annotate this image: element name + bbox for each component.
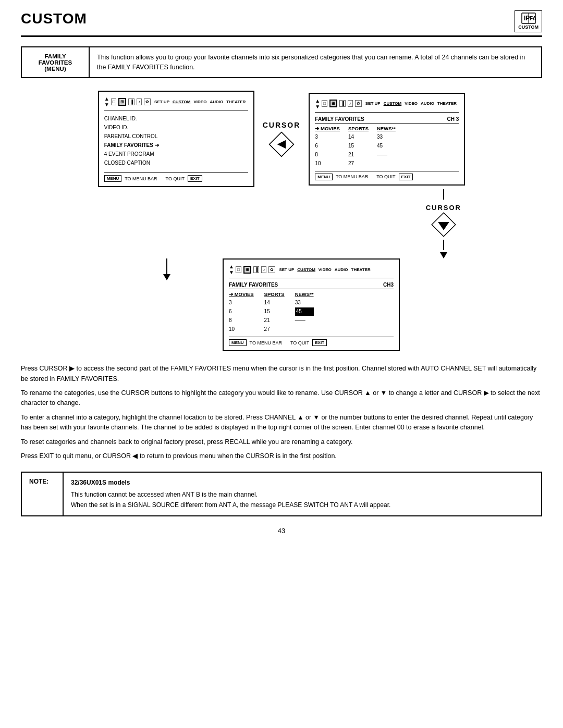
svg-text:IP: IP: [524, 15, 530, 22]
line-v-left: [166, 258, 167, 274]
cursor-right-label: CURSOR: [263, 121, 301, 129]
cursor-down-label: CURSOR: [426, 204, 461, 212]
screen2-movies-6: 6: [315, 142, 340, 150]
s3-tv-icon2-active: ⊞: [243, 266, 251, 274]
page-number: 43: [21, 527, 542, 535]
menu-item-fav: FAMILY FAVORITES ➔: [104, 141, 248, 150]
cursor-right-svg: [268, 131, 295, 157]
diagram-area: ▲▼ □ ⊞ ▐ ♪ ✿ SET UP CUSTOM VIDEO AUDIO T…: [21, 91, 542, 351]
s2-tv-icon3: ▐: [339, 100, 346, 107]
screen3-menubar: ▲▼ □ ⊞ ▐ ♪ ✿ SET UP CUSTOM VIDEO AUDIO T…: [229, 264, 394, 278]
screen1-to-quit: TO QUIT: [166, 176, 185, 181]
screen1-footer: MENU TO MENU BAR TO QUIT EXIT: [104, 172, 248, 182]
tv-icon2-active: ⊞: [118, 98, 126, 106]
para-5: Press EXIT to quit menu, or CURSOR ◀ to …: [21, 451, 542, 461]
screen3-news-45-selected: 45: [295, 307, 314, 316]
screen2-sports-header: SPORTS: [348, 126, 369, 131]
menu-label-theater: THEATER: [226, 100, 246, 104]
s3-tv-icon5: ✿: [268, 266, 275, 273]
screen2-to-menu: TO MENU BAR: [336, 174, 368, 179]
screen2-movies-8: 8: [315, 151, 340, 159]
intro-box: FAMILY FAVORITES (MENU) This function al…: [21, 46, 542, 79]
svg-marker-5: [277, 140, 286, 149]
note-line-2: When the set is in a SIGNAL SOURCE diffe…: [71, 500, 390, 510]
screen3-exit-btn: EXIT: [312, 339, 327, 346]
para-1: Press CURSOR ▶ to access the second part…: [21, 364, 542, 384]
menu-label-video: VIDEO: [194, 100, 207, 104]
menu-label-setup: SET UP: [154, 100, 169, 104]
tv-icon3: ▐: [128, 98, 134, 105]
s2-menu-label-custom: CUSTOM: [384, 101, 402, 106]
note-content: 32/36UX01S models This function cannot b…: [64, 473, 398, 515]
screen3-col-news: NEWS** 33 45 ——: [295, 291, 314, 334]
menu-item-caption: CLOSED CAPTION: [104, 158, 248, 167]
screen2-col-movies: ➔ MOVIES 3 6 8 10: [315, 126, 340, 168]
screen3-to-menu: TO MENU BAR: [250, 340, 282, 346]
screen1: ▲▼ □ ⊞ ▐ ♪ ✿ SET UP CUSTOM VIDEO AUDIO T…: [98, 91, 254, 187]
note-line-1: This function cannot be accessed when AN…: [71, 490, 390, 500]
intro-label-line2: (MENU): [44, 66, 66, 72]
header-icon-inner: IP FAV: [521, 13, 536, 24]
cursor-down-diamond: [431, 212, 457, 238]
screen3-movies-10: 10: [229, 325, 254, 334]
s2-tv-icon5: ✿: [355, 100, 362, 107]
screen3-movies-header: ➔ MOVIES: [229, 291, 254, 297]
screen3-sports-14: 14: [264, 299, 285, 307]
nav-arrow2-icon: ▲▼: [315, 98, 320, 109]
screen3-movies-6: 6: [229, 307, 254, 316]
screen2: ▲▼ □ ⊞ ▐ ♪ ✿ SET UP CUSTOM VIDEO AUDIO T…: [309, 93, 465, 186]
s2-menu-label-audio: AUDIO: [421, 101, 434, 106]
screen1-to-menu: TO MENU BAR: [125, 176, 157, 181]
tv-icon4: ♪: [137, 98, 142, 105]
screen3-sports-27: 27: [264, 325, 285, 334]
intro-text: This function allows you to group your f…: [90, 47, 541, 78]
screen2-movies-header: ➔ MOVIES: [315, 126, 340, 131]
s3-tv-icon4: ♪: [261, 266, 266, 273]
screen2-col-news: NEWS** 33 45 ——: [377, 126, 396, 168]
screen3-col-movies: ➔ MOVIES 3 6 8 10: [229, 291, 254, 334]
screen2-exit-btn: EXIT: [399, 174, 413, 180]
screen2-news-header: NEWS**: [377, 126, 396, 131]
intro-label-line1: FAMILY FAVORITES: [28, 53, 82, 66]
cursor-down-svg: [431, 212, 457, 238]
arrowhead-down-left-icon: [163, 274, 170, 280]
screen3-footer: MENU TO MENU BAR TO QUIT EXIT: [229, 337, 394, 346]
s3-tv-icon1: □: [236, 266, 241, 273]
para-4: To reset categories and channels back to…: [21, 437, 542, 447]
screen2-content: FAMILY FAVORITES CH 3 ➔ MOVIES 3 6 8 10: [315, 115, 459, 169]
screen3-ch-label: CH3: [383, 282, 394, 288]
line-v-2: [443, 240, 444, 250]
note-box: NOTE: 32/36UX01S models This function ca…: [21, 472, 542, 516]
screen2-menubar: ▲▼ □ ⊞ ▐ ♪ ✿ SET UP CUSTOM VIDEO AUDIO T…: [315, 98, 459, 113]
page-title: CUSTOM: [21, 10, 87, 27]
down-arrow-section: CURSOR: [21, 187, 542, 258]
screen3-fav-label: FAMILY FAVORITES: [229, 282, 278, 288]
screen1-menubar: ▲▼ □ ⊞ ▐ ♪ ✿ SET UP CUSTOM VIDEO AUDIO T…: [104, 96, 248, 110]
screen3-fav-header: FAMILY FAVORITES CH3: [229, 282, 394, 289]
screen3-to-quit: TO QUIT: [290, 340, 309, 346]
s3-menu-label-audio: AUDIO: [335, 267, 348, 272]
screen3-sports-21: 21: [264, 316, 285, 325]
s2-tv-icon1: □: [322, 100, 327, 107]
header-icon-box: IP FAV CUSTOM: [515, 10, 542, 32]
screen3-sports-header: SPORTS: [264, 291, 285, 297]
screen3-menu-btn: MENU: [229, 339, 247, 346]
screen2-menu-btn: MENU: [315, 174, 333, 180]
screen2-fav-main: ➔ MOVIES 3 6 8 10 SPORTS 14 15 21 27: [315, 126, 459, 168]
menu-label-audio: AUDIO: [210, 100, 223, 104]
screen2-cols: ➔ MOVIES 3 6 8 10 SPORTS 14 15 21 27: [315, 126, 396, 168]
screen3-movies-3: 3: [229, 299, 254, 307]
bottom-row: ▲▼ □ ⊞ ▐ ♪ ✿ SET UP CUSTOM VIDEO AUDIO T…: [163, 258, 400, 351]
screen2-col-sports: SPORTS 14 15 21 27: [348, 126, 369, 168]
svg-text:FAV: FAV: [530, 16, 536, 21]
s2-menu-label-setup: SET UP: [365, 101, 381, 106]
down-arrow-right: CURSOR: [426, 187, 461, 258]
screen3-movies-8: 8: [229, 316, 254, 325]
s2-menu-label-video: VIDEO: [405, 101, 418, 106]
s2-menu-label-theater: THEATER: [437, 101, 457, 106]
flow-top: ▲▼ □ ⊞ ▐ ♪ ✿ SET UP CUSTOM VIDEO AUDIO T…: [98, 91, 466, 187]
screen3: ▲▼ □ ⊞ ▐ ♪ ✿ SET UP CUSTOM VIDEO AUDIO T…: [223, 258, 400, 351]
screen1-exit-btn: EXIT: [188, 175, 202, 182]
para-3: To enter a channel into a category, high…: [21, 413, 542, 433]
screen1-menu-btn: MENU: [104, 175, 122, 182]
